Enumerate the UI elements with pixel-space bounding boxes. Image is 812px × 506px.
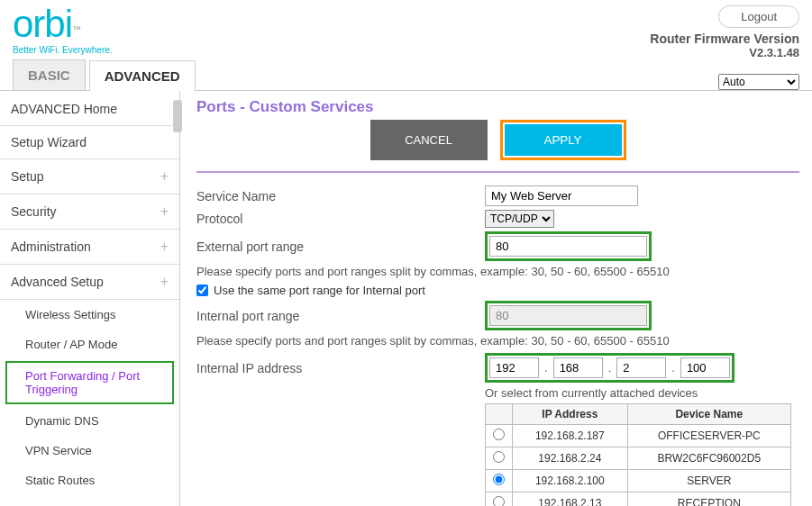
divider xyxy=(196,171,799,173)
protocol-select[interactable]: TCP/UDP xyxy=(485,210,554,228)
sidebar-item-label: Administration xyxy=(11,239,91,254)
device-radio[interactable] xyxy=(493,474,505,485)
sidebar-item-administration[interactable]: Administration+ xyxy=(0,230,179,265)
tab-advanced[interactable]: ADVANCED xyxy=(89,60,196,91)
sidebar-item-setup-wizard[interactable]: Setup Wizard xyxy=(0,126,179,159)
dot-icon: . xyxy=(671,361,675,375)
tab-basic[interactable]: BASIC xyxy=(13,59,86,90)
cell-name: OFFICESERVER-PC xyxy=(627,425,790,447)
hint-external: Please specify ports and port ranges spl… xyxy=(196,265,799,278)
cell-name: BRW2C6FC96002D5 xyxy=(627,447,790,470)
sidebar-item-label: Setup Wizard xyxy=(11,135,87,149)
device-radio[interactable] xyxy=(493,496,505,506)
ip-octet-4[interactable] xyxy=(680,357,730,378)
devices-tbody: 192.168.2.187 OFFICESERVER-PC 192.168.2.… xyxy=(486,425,791,507)
row-internal-port: Internal port range xyxy=(196,301,799,330)
label-external-port: External port range xyxy=(196,239,485,254)
or-select-label: Or select from currently attached device… xyxy=(485,386,799,400)
language-select[interactable]: Auto xyxy=(718,74,799,90)
table-header-row: IP Address Device Name xyxy=(486,404,791,425)
sidebar-sub-vpn-service[interactable]: VPN Service xyxy=(0,436,179,465)
cell-name: RECEPTION xyxy=(627,492,790,507)
cancel-button[interactable]: CANCEL xyxy=(370,120,488,160)
sidebar-item-advanced-home[interactable]: ADVANCED Home xyxy=(0,93,179,126)
apply-highlight: APPLY xyxy=(500,120,626,160)
label-internal-ip: Internal IP address xyxy=(196,361,485,375)
external-port-highlight xyxy=(485,231,652,261)
row-service-name: Service Name xyxy=(196,185,799,206)
logo-tagline: Better WiFi. Everywhere. xyxy=(13,45,113,55)
external-port-input[interactable] xyxy=(489,236,647,257)
row-internal-ip: Internal IP address . . . xyxy=(196,353,799,383)
logo-tm: ™ xyxy=(72,24,81,34)
cell-ip: 192.168.2.187 xyxy=(513,425,628,447)
header-ip: IP Address xyxy=(513,404,628,425)
ip-octet-2[interactable] xyxy=(553,357,603,378)
hint-internal: Please specify ports and port ranges spl… xyxy=(196,334,799,348)
sidebar-sub-dynamic-dns[interactable]: Dynamic DNS xyxy=(0,406,179,436)
device-radio[interactable] xyxy=(493,451,505,463)
sidebar-sub-port-forwarding[interactable]: Port Forwarding / Port Triggering xyxy=(5,361,174,404)
label-protocol: Protocol xyxy=(196,212,485,226)
cell-ip: 192.168.2.24 xyxy=(513,447,628,470)
plus-icon: + xyxy=(160,274,169,290)
dot-icon: . xyxy=(544,361,548,375)
service-name-input[interactable] xyxy=(485,185,638,206)
ip-octet-1[interactable] xyxy=(489,357,539,378)
internal-port-highlight xyxy=(485,301,652,330)
content: Ports - Custom Services CANCEL APPLY Ser… xyxy=(180,91,812,506)
same-port-checkbox[interactable] xyxy=(196,285,208,296)
table-row: 192.168.2.187 OFFICESERVER-PC xyxy=(486,425,791,447)
logo-text: orbi xyxy=(13,3,72,45)
apply-button[interactable]: APPLY xyxy=(505,124,622,156)
main: ADVANCED Home Setup Wizard Setup+ Securi… xyxy=(0,91,812,506)
plus-icon: + xyxy=(160,168,169,185)
ip-octet-3[interactable] xyxy=(616,357,666,378)
plus-icon: + xyxy=(160,239,169,255)
cell-name: SERVER xyxy=(627,470,790,492)
internal-ip-highlight: . . . xyxy=(485,353,734,383)
header-radio xyxy=(486,404,513,425)
sidebar-item-label: Security xyxy=(11,204,57,219)
sidebar-item-label: Setup xyxy=(11,169,44,184)
row-external-port: External port range xyxy=(196,231,799,261)
cell-ip: 192.168.2.13 xyxy=(513,492,628,507)
firmware-version: V2.3.1.48 xyxy=(650,46,799,59)
sidebar-sub-wireless-settings[interactable]: Wireless Settings xyxy=(0,300,179,330)
dot-icon: . xyxy=(608,361,612,375)
label-same-port: Use the same port range for Internal por… xyxy=(214,284,425,297)
sidebar-item-label: Advanced Setup xyxy=(11,275,104,289)
cell-ip: 192.168.2.100 xyxy=(513,470,628,492)
header: orbi™ Better WiFi. Everywhere. Logout Ro… xyxy=(0,0,812,59)
label-service-name: Service Name xyxy=(196,189,485,203)
header-right: Logout Router Firmware Version V2.3.1.48 xyxy=(650,5,799,59)
firmware-label: Router Firmware Version xyxy=(650,32,799,46)
button-row: CANCEL APPLY xyxy=(196,120,799,160)
table-row: 192.168.2.13 RECEPTION xyxy=(486,492,791,507)
logout-button[interactable]: Logout xyxy=(718,5,799,28)
plus-icon: + xyxy=(160,203,169,220)
table-row: 192.168.2.100 SERVER xyxy=(486,470,791,492)
row-same-port: Use the same port range for Internal por… xyxy=(196,284,799,297)
logo: orbi™ Better WiFi. Everywhere. xyxy=(13,5,113,55)
internal-port-input xyxy=(489,305,647,326)
device-radio[interactable] xyxy=(493,429,505,440)
devices-table: IP Address Device Name 192.168.2.187 OFF… xyxy=(485,403,791,506)
label-internal-port: Internal port range xyxy=(196,309,485,323)
sidebar-item-setup[interactable]: Setup+ xyxy=(0,159,179,194)
sidebar-sub-router-ap-mode[interactable]: Router / AP Mode xyxy=(0,330,179,359)
sidebar-item-label: ADVANCED Home xyxy=(11,102,117,116)
table-row: 192.168.2.24 BRW2C6FC96002D5 xyxy=(486,447,791,470)
scrollbar-thumb[interactable] xyxy=(173,100,182,132)
page-title: Ports - Custom Services xyxy=(196,98,799,116)
row-protocol: Protocol TCP/UDP xyxy=(196,210,799,228)
header-device-name: Device Name xyxy=(627,404,790,425)
language-select-wrap: Auto xyxy=(718,74,799,90)
sidebar-item-security[interactable]: Security+ xyxy=(0,194,179,230)
tabs-row: BASIC ADVANCED Auto xyxy=(0,59,812,91)
sidebar-sub-static-routes[interactable]: Static Routes xyxy=(0,465,179,495)
sidebar-item-advanced-setup[interactable]: Advanced Setup+ xyxy=(0,265,179,300)
sidebar: ADVANCED Home Setup Wizard Setup+ Securi… xyxy=(0,91,180,506)
scrollbar[interactable] xyxy=(173,91,184,506)
